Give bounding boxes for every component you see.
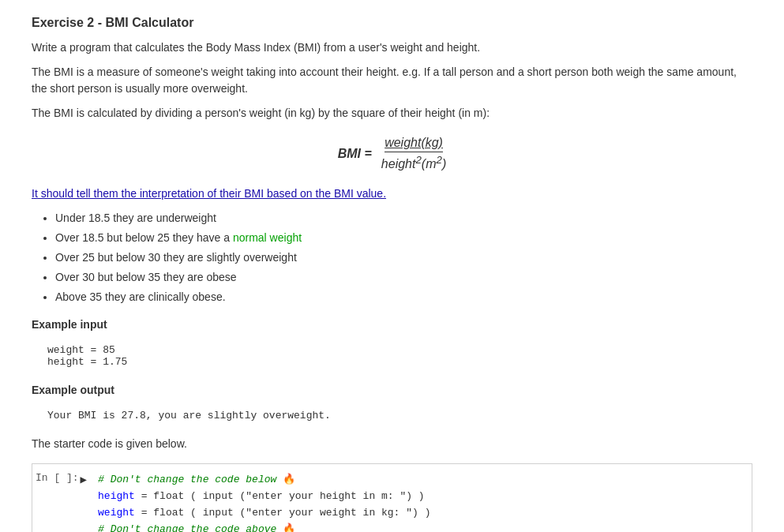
example-output-code: Your BMI is 27.8, you are slightly overw… [32, 405, 752, 426]
bmi-formula: BMI = weight(kg) height2(m2) [32, 136, 752, 171]
str-1: ("enter your height in m: ") [240, 490, 412, 502]
assign-op-1: = [141, 490, 154, 502]
float-fn-2: float [153, 507, 184, 519]
code-line-weight: weight = float ( input ("enter your weig… [98, 505, 745, 522]
cell-label: In [ ]: ▶ [32, 464, 92, 494]
emoji1: 🔥 [283, 474, 295, 485]
code-line-comment1: # Don't change the code below 🔥 [98, 472, 745, 489]
example-output-title: Example output [32, 382, 752, 399]
formula-numerator: weight(kg) [384, 136, 443, 152]
input-fn-2: input [203, 507, 234, 519]
intro-paragraph-1: Write a program that calculates the Body… [32, 39, 752, 56]
bmi-bullets-list: Under 18.5 they are underweight Over 18.… [55, 210, 752, 305]
formula-fraction: weight(kg) height2(m2) [381, 136, 446, 171]
cell-row: In [ ]: ▶ # Don't change the code below … [32, 464, 752, 532]
exercise-title: Exercise 2 - BMI Calculator [32, 16, 752, 30]
emoji2: 🔥 [283, 523, 295, 532]
bmi-link[interactable]: It should tell them the interpretation o… [32, 185, 752, 202]
formula-lhs: BMI = [338, 147, 372, 161]
float-fn-1: float [153, 490, 184, 502]
paren-1: ( [190, 490, 197, 502]
example-input-title: Example input [32, 317, 752, 333]
bullet-1: Under 18.5 they are underweight [55, 210, 752, 227]
paren-2: ( [190, 507, 197, 519]
intro-paragraph-3: The BMI is calculated by dividing a pers… [32, 105, 752, 122]
bullet-3: Over 25 but below 30 they are slightly o… [55, 249, 752, 266]
weight-keyword: weight [98, 507, 135, 519]
notebook-cell: In [ ]: ▶ # Don't change the code below … [32, 463, 752, 532]
formula-denominator: height2(m2) [381, 152, 446, 171]
run-button[interactable]: ▶ [81, 473, 87, 486]
starter-text: The starter code is given below. [32, 436, 752, 452]
bullet-2: Over 18.5 but below 25 they have a norma… [55, 230, 752, 246]
bullet-5: Above 35 they are clinically obese. [55, 289, 752, 305]
comment2-text: # Don't change the code above [98, 523, 276, 532]
assign-op-2: = [141, 507, 154, 519]
bmi-interpretation-link[interactable]: It should tell them the interpretation o… [32, 187, 386, 200]
close-2: ) [425, 507, 431, 519]
str-2: ("enter your weight in kg: ") [240, 507, 418, 519]
code-line-height: height = float ( input ("enter your heig… [98, 489, 745, 505]
input-fn-1: input [203, 490, 234, 502]
height-keyword: height [98, 490, 135, 502]
bullet-4: Over 30 but below 35 they are obese [55, 269, 752, 286]
cell-code-content[interactable]: # Don't change the code below 🔥 height =… [92, 464, 752, 532]
intro-paragraph-2: The BMI is a measure of someone's weight… [32, 64, 752, 97]
close-1: ) [418, 490, 425, 502]
code-line-comment2: # Don't change the code above 🔥 [98, 522, 745, 532]
example-input-code: weight = 85 height = 1.75 [32, 339, 752, 373]
comment1-text: # Don't change the code below [98, 474, 276, 485]
cell-in-label: In [ ]: [36, 472, 79, 484]
